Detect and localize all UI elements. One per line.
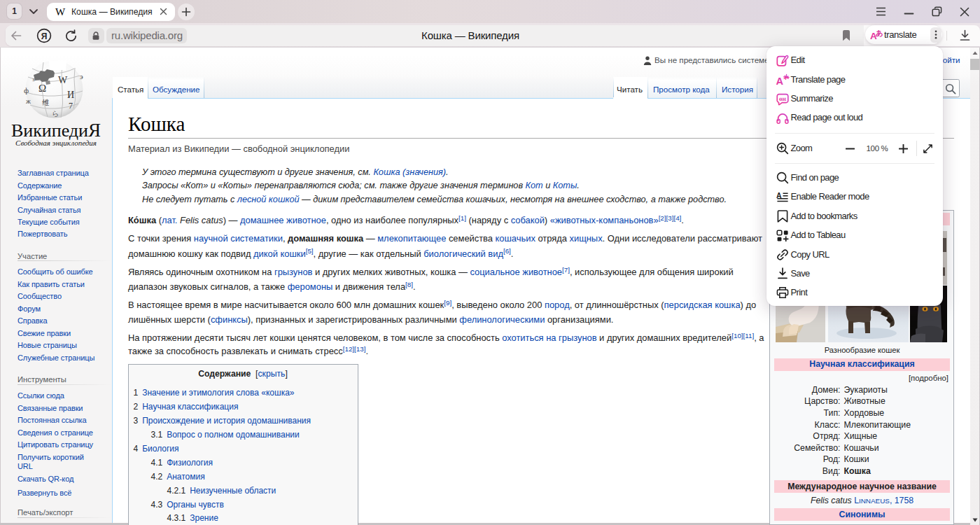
svg-text:ら: ら	[52, 110, 59, 118]
svg-text:W: W	[58, 75, 68, 85]
svg-text:A: A	[776, 191, 782, 200]
svg-text:э: э	[80, 72, 83, 80]
svg-text:A: A	[776, 76, 784, 86]
svg-text:ф: ф	[24, 86, 29, 94]
svg-text:ɜ: ɜ	[32, 76, 35, 83]
svg-text:あ: あ	[876, 29, 883, 37]
svg-text:7: 7	[69, 101, 73, 111]
svg-text:维: 维	[42, 99, 49, 106]
svg-text:И: И	[67, 90, 74, 100]
svg-text:Ω: Ω	[38, 83, 46, 94]
svg-text:«: «	[782, 94, 786, 103]
svg-text:ж: ж	[25, 97, 31, 105]
